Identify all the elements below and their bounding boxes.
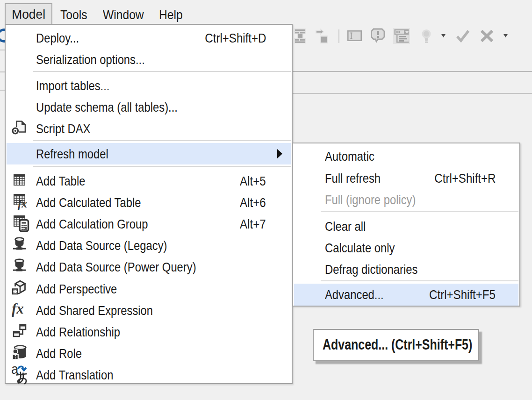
svg-text:fx: fx xyxy=(12,300,24,317)
svg-text:fx: fx xyxy=(18,198,27,210)
